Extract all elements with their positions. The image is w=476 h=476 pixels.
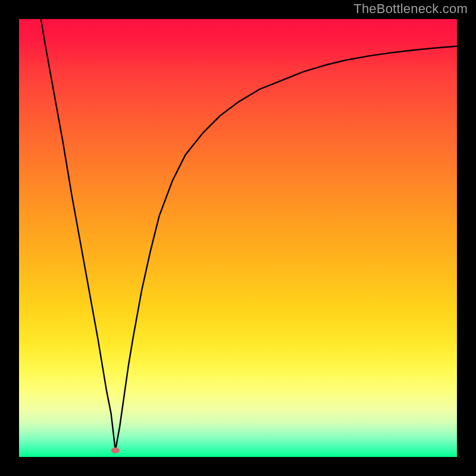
chart-frame: TheBottleneck.com bbox=[0, 0, 476, 476]
watermark-text: TheBottleneck.com bbox=[353, 1, 468, 17]
plot-svg bbox=[19, 19, 457, 457]
bottleneck-curve bbox=[41, 19, 457, 450]
optimum-marker bbox=[111, 447, 120, 453]
plot-background bbox=[19, 19, 457, 457]
